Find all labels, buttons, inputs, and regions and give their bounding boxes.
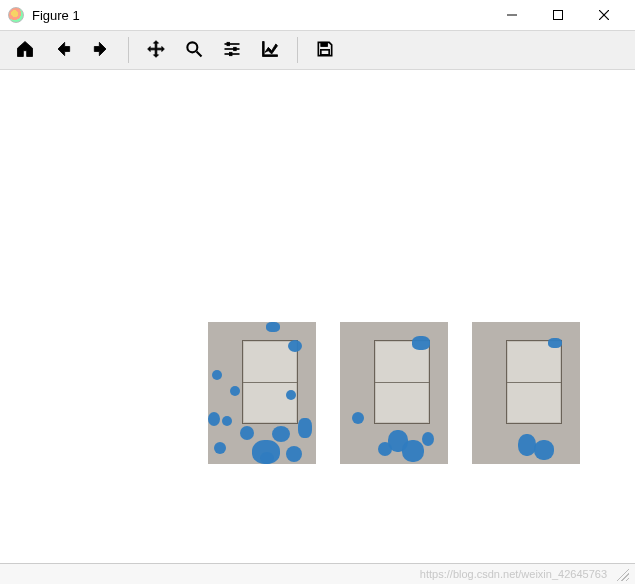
switch-plate: [374, 340, 430, 424]
keypoint-icon: [286, 390, 296, 400]
back-button[interactable]: [46, 33, 80, 67]
keypoint-icon: [378, 442, 392, 456]
zoom-button[interactable]: [177, 33, 211, 67]
save-button[interactable]: [308, 33, 342, 67]
titlebar: Figure 1: [0, 0, 635, 30]
svg-rect-13: [321, 49, 329, 54]
separator: [128, 37, 129, 63]
arrow-left-icon: [53, 39, 73, 62]
keypoint-icon: [266, 322, 280, 332]
switch-plate: [506, 340, 562, 424]
save-icon: [315, 39, 335, 62]
configure-subplots-button[interactable]: [215, 33, 249, 67]
subplot-3: [472, 322, 580, 464]
sliders-icon: [222, 39, 242, 62]
watermark-text: https://blog.csdn.net/weixin_42645763: [420, 568, 607, 580]
svg-line-5: [197, 51, 202, 56]
forward-button[interactable]: [84, 33, 118, 67]
edit-axis-button[interactable]: [253, 33, 287, 67]
svg-rect-12: [321, 42, 328, 46]
keypoint-icon: [286, 446, 302, 462]
resize-grip-icon[interactable]: [615, 567, 629, 581]
svg-rect-10: [234, 47, 237, 50]
svg-point-4: [187, 42, 197, 52]
keypoint-icon: [230, 386, 240, 396]
chart-line-icon: [260, 39, 280, 62]
minimize-button[interactable]: [489, 0, 535, 30]
keypoint-icon: [422, 432, 434, 446]
svg-rect-1: [554, 11, 563, 20]
keypoint-icon: [212, 370, 222, 380]
keypoint-icon: [548, 338, 562, 348]
arrow-right-icon: [91, 39, 111, 62]
subplot-1: [208, 322, 316, 464]
home-icon: [15, 39, 35, 62]
separator: [297, 37, 298, 63]
keypoint-icon: [412, 336, 430, 350]
window-title: Figure 1: [32, 8, 80, 23]
home-button[interactable]: [8, 33, 42, 67]
close-button[interactable]: [581, 0, 627, 30]
statusbar: https://blog.csdn.net/weixin_42645763: [0, 564, 635, 584]
zoom-icon: [184, 39, 204, 62]
keypoint-icon: [534, 440, 554, 460]
keypoint-icon: [288, 340, 302, 352]
subplot-2: [340, 322, 448, 464]
switch-plate: [242, 340, 298, 424]
keypoint-icon: [298, 418, 312, 438]
subplot-row: [208, 322, 580, 464]
keypoint-icon: [222, 416, 232, 426]
keypoint-icon: [352, 412, 364, 424]
svg-rect-9: [227, 42, 230, 45]
keypoint-icon: [402, 440, 424, 462]
keypoint-icon: [272, 426, 290, 442]
keypoint-icon: [214, 442, 226, 454]
figure-canvas[interactable]: [0, 70, 635, 564]
svg-rect-11: [230, 52, 233, 55]
move-icon: [146, 39, 166, 62]
app-icon: [8, 7, 24, 23]
keypoint-icon: [260, 452, 274, 464]
pan-button[interactable]: [139, 33, 173, 67]
maximize-button[interactable]: [535, 0, 581, 30]
toolbar: [0, 30, 635, 70]
keypoint-icon: [240, 426, 254, 440]
keypoint-icon: [208, 412, 220, 426]
